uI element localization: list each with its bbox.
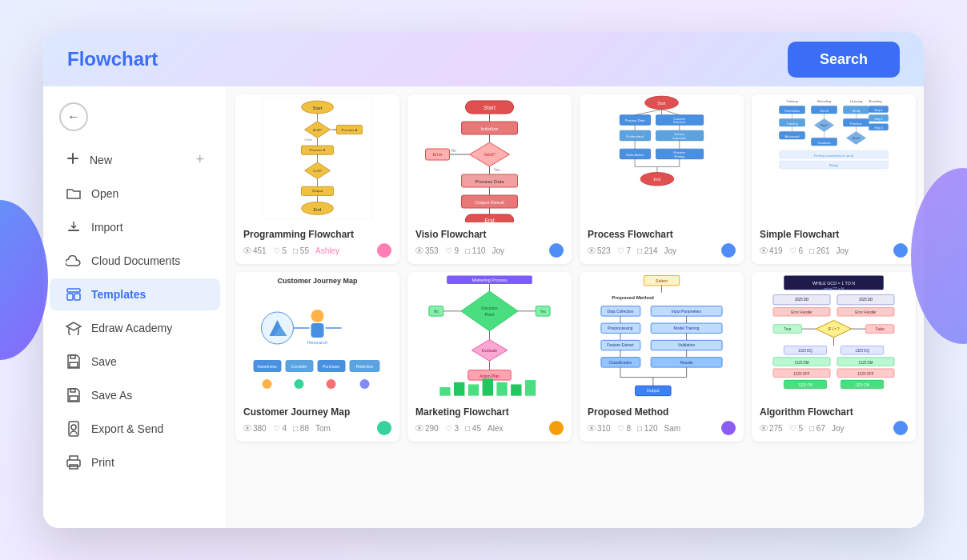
template-preview-simple: Training Schooling Learning Boarding Ori…	[752, 94, 916, 222]
svg-text:Evaluate: Evaluate	[482, 349, 497, 353]
back-button[interactable]: ←	[59, 102, 88, 131]
sidebar-item-new[interactable]: New +	[50, 143, 220, 176]
svg-point-11	[71, 425, 76, 430]
svg-point-185	[418, 426, 420, 429]
svg-text:Yes: Yes	[540, 310, 547, 314]
app-container: Flowchart Search ← New +	[43, 32, 924, 528]
template-name-programming: Programming Flowchart	[243, 229, 391, 240]
views-marketing: 290	[415, 424, 439, 433]
sidebar-label-export: Export & Send	[91, 422, 163, 435]
sidebar-item-saveas[interactable]: Save As	[50, 379, 220, 411]
svg-point-38	[246, 249, 248, 251]
search-button[interactable]: Search	[788, 42, 900, 78]
svg-text:1325 DQ: 1325 DQ	[798, 349, 813, 353]
views-algorithm: 275	[760, 424, 783, 433]
comments-simple: □ 261	[809, 246, 830, 255]
svg-line-71	[635, 110, 661, 115]
template-card-marketing[interactable]: Marketing Process Decision Point No	[407, 272, 572, 442]
template-preview-journey: Customer Journey Map Research	[235, 272, 399, 400]
sidebar-item-templates[interactable]: Templates	[50, 278, 220, 310]
add-icon: +	[195, 151, 204, 168]
sidebar-item-cloud[interactable]: Cloud Documents	[50, 245, 220, 277]
sidebar-item-open[interactable]: Open	[50, 178, 220, 210]
svg-text:experience: experience	[672, 137, 686, 140]
template-preview-algorithm: WHILE GCD = 1 TO N value TT = N 1625 DD …	[752, 272, 916, 400]
svg-text:Yes: Yes	[494, 167, 501, 172]
sidebar-item-import[interactable]: Import	[50, 211, 220, 243]
svg-text:WHILE GCD = 1 TO N: WHILE GCD = 1 TO N	[813, 281, 855, 286]
svg-marker-161	[461, 291, 518, 331]
comments-algorithm: □ 67	[809, 424, 825, 433]
svg-point-257	[762, 426, 764, 429]
svg-rect-8	[70, 389, 75, 392]
svg-text:Start: Start	[657, 102, 666, 106]
sidebar-label-saveas: Save As	[91, 389, 132, 402]
sidebar-item-academy[interactable]: Edraw Academy	[50, 312, 220, 344]
sidebar-label-import: Import	[91, 221, 123, 234]
comments-programming: □ 55	[293, 246, 309, 255]
template-preview-proposed: Select Proposed Method Data Collection P…	[580, 272, 744, 400]
main-area: ← New + Open	[43, 86, 924, 528]
svg-line-72	[662, 110, 680, 115]
template-card-journey[interactable]: Customer Journey Map Research	[235, 272, 399, 442]
template-preview-process: Start Prepare Data Customer Research	[580, 94, 744, 222]
comments-journey: □ 88	[293, 424, 309, 433]
svg-text:Error Handler: Error Handler	[855, 310, 877, 314]
svg-text:Training: Training	[786, 122, 797, 126]
svg-text:Purchase: Purchase	[323, 364, 339, 369]
likes-journey: ♡ 4	[273, 424, 287, 433]
template-card-programming[interactable]: Start A>B? True False Process A	[235, 94, 399, 264]
svg-text:Initialize: Initialize	[481, 126, 499, 131]
svg-point-155	[360, 379, 370, 389]
sidebar-label-save: Save	[91, 355, 117, 368]
template-meta-programming: 451 ♡ 5 □ 55 Ashley	[243, 243, 391, 258]
svg-text:Valid?: Valid?	[484, 152, 496, 157]
template-info-visio: Visio Flowchart 353 ♡ 9 □ 110 Joy	[407, 222, 572, 264]
template-info-proposed: Proposed Method 310 ♡ 8 □ 120 Sam	[580, 400, 744, 442]
template-card-proposed[interactable]: Select Proposed Method Data Collection P…	[580, 272, 744, 442]
template-card-visio[interactable]: Start Initialize Valid? No	[407, 94, 572, 264]
template-meta-journey: 380 ♡ 4 □ 88 Tom	[243, 421, 391, 435]
template-info-programming: Programming Flowchart 451 ♡ 5 □ 55 Ashle…	[235, 222, 399, 264]
template-card-process[interactable]: Start Prepare Data Customer Research	[580, 94, 744, 264]
likes-simple: ♡ 6	[789, 246, 803, 255]
template-name-process: Process Flowchart	[588, 229, 736, 240]
svg-text:Research: Research	[307, 340, 328, 345]
svg-text:Step 1: Step 1	[874, 109, 882, 112]
svg-text:Rating: Rating	[829, 163, 839, 167]
svg-point-62	[418, 249, 420, 251]
svg-text:End: End	[654, 178, 661, 182]
svg-text:Classification: Classification	[609, 361, 632, 365]
svg-text:Error: Error	[432, 152, 442, 157]
svg-point-139	[311, 310, 324, 322]
svg-text:End: End	[484, 218, 495, 222]
template-card-simple[interactable]: Training Schooling Learning Boarding Ori…	[752, 94, 916, 264]
template-info-simple: Simple Flowchart 419 ♡ 6 □ 261 Joy	[752, 222, 916, 264]
svg-text:Step 3: Step 3	[874, 126, 882, 130]
svg-text:1325 ON: 1325 ON	[798, 383, 813, 387]
template-meta-proposed: 310 ♡ 8 □ 120 Sam	[588, 421, 736, 435]
svg-rect-9	[70, 396, 78, 401]
svg-rect-177	[439, 387, 450, 396]
template-info-process: Process Flowchart 523 ♡ 7 □ 214 Joy	[580, 222, 744, 264]
svg-text:Schooling: Schooling	[817, 99, 832, 103]
svg-text:Delivery: Delivery	[674, 133, 684, 136]
svg-rect-183	[525, 380, 536, 396]
template-card-algorithm[interactable]: WHILE GCD = 1 TO N value TT = N 1625 DD …	[752, 272, 916, 442]
sidebar-item-print[interactable]: Print	[50, 446, 220, 478]
svg-rect-180	[483, 378, 493, 395]
svg-rect-7	[70, 362, 78, 367]
sidebar-item-save[interactable]: Save	[50, 346, 220, 378]
svg-text:Validation: Validation	[678, 343, 695, 347]
svg-text:Preprocessing: Preprocessing	[608, 326, 632, 330]
svg-text:1625 DD: 1625 DD	[859, 298, 873, 302]
avatar-journey	[377, 421, 391, 435]
template-meta-marketing: 290 ♡ 3 □ 45 Alex	[415, 421, 564, 435]
svg-text:No: No	[451, 148, 457, 153]
svg-text:Output Result: Output Result	[475, 200, 504, 205]
sidebar-item-export[interactable]: Export & Send	[50, 413, 220, 445]
academy-icon	[66, 320, 82, 336]
import-icon	[66, 219, 82, 235]
svg-rect-181	[496, 382, 507, 396]
svg-text:Consider: Consider	[291, 364, 307, 369]
